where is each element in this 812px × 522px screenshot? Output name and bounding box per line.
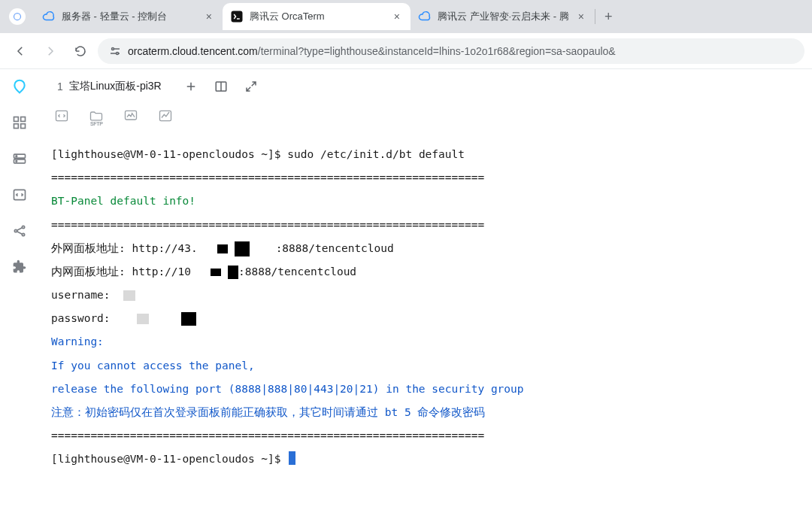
note-cn: 注意：初始密码仅在首次登录面板前能正确获取，其它时间请通过 bt 5 命令修改密… — [51, 406, 485, 418]
divider: ========================================… — [51, 171, 484, 184]
internal-url-label: 内网面板地址: http://10 — [51, 266, 191, 278]
browser-tab-1[interactable]: 服务器 - 轻量云 - 控制台 × — [35, 3, 223, 30]
terminal-output[interactable]: [lighthouse@VM-0-11-opencloudos ~]$ sudo… — [39, 132, 812, 522]
browser-toolbar: orcaterm.cloud.tencent.com/terminal?type… — [0, 33, 812, 69]
divider: ========================================… — [51, 219, 484, 231]
chart-icon[interactable] — [156, 107, 174, 125]
svg-point-14 — [22, 226, 24, 228]
snippet-icon[interactable] — [53, 107, 71, 125]
terminal-tab-label: 宝塔Linux面板-pi3R — [69, 80, 162, 93]
orcaterm-icon — [230, 10, 244, 23]
url-text: orcaterm.cloud.tencent.com/terminal?type… — [128, 45, 616, 57]
browser-tab-2[interactable]: 腾讯云 OrcaTerm × — [223, 3, 411, 30]
close-icon[interactable]: × — [203, 9, 215, 24]
svg-rect-1 — [232, 11, 243, 23]
warning-line-2: release the following port (8888|888|80|… — [51, 383, 524, 395]
cloud-icon — [42, 10, 56, 23]
terminal-cursor — [289, 451, 295, 465]
terminal-tabbar: 1 宝塔Linux面板-pi3R — [39, 69, 812, 104]
redacted-block — [217, 244, 228, 253]
code-icon[interactable] — [11, 187, 28, 203]
terminal-tab-1[interactable]: 1 宝塔Linux面板-pi3R — [48, 75, 171, 98]
close-icon[interactable]: × — [575, 9, 587, 24]
browser-tab-3[interactable]: 腾讯云 产业智变·云启未来 - 腾 × — [411, 3, 595, 30]
extension-icon[interactable] — [11, 259, 28, 275]
terminal-tab-number: 1 — [57, 80, 63, 93]
close-icon[interactable]: × — [391, 9, 403, 24]
site-settings-icon[interactable] — [108, 44, 122, 58]
svg-rect-4 — [14, 117, 19, 122]
sftp-label: SFTP — [90, 121, 105, 126]
nav-forward-button[interactable] — [38, 38, 63, 64]
share-icon[interactable] — [11, 223, 28, 239]
prompt: [lighthouse@VM-0-11-opencloudos ~]$ — [51, 453, 287, 465]
server-icon[interactable] — [11, 150, 28, 167]
cloud-icon — [418, 10, 432, 23]
svg-point-13 — [14, 229, 17, 232]
svg-point-0 — [14, 14, 21, 20]
svg-point-3 — [117, 52, 119, 54]
nav-back-button[interactable] — [8, 38, 33, 64]
svg-point-15 — [22, 233, 24, 235]
divider: ========================================… — [51, 429, 484, 442]
svg-point-10 — [16, 156, 17, 157]
logo-icon[interactable] — [11, 78, 28, 95]
prompt: [lighthouse@VM-0-11-opencloudos ~]$ — [51, 148, 287, 160]
dashboard-icon[interactable] — [11, 114, 28, 131]
page-content: 1 宝塔Linux面板-pi3R SFTP — [0, 69, 812, 522]
new-tab-button[interactable]: + — [595, 9, 622, 25]
svg-rect-17 — [56, 111, 68, 120]
address-bar[interactable]: orcaterm.cloud.tencent.com/terminal?type… — [98, 38, 804, 64]
internal-url-suffix: :8888/tencentcloud — [238, 266, 356, 278]
new-terminal-button[interactable] — [181, 77, 201, 96]
nav-reload-button[interactable] — [68, 38, 93, 64]
redacted-block — [123, 290, 135, 301]
browser-tab-label: 服务器 - 轻量云 - 控制台 — [62, 10, 197, 23]
redacted-block — [181, 312, 196, 326]
sftp-icon[interactable]: SFTP — [87, 107, 105, 125]
redacted-block — [228, 266, 238, 279]
redacted-block — [211, 269, 221, 276]
browser-tab-label: 腾讯云 OrcaTerm — [250, 10, 385, 23]
external-url-suffix: :8888/tencentcloud — [276, 242, 394, 254]
panel-info-title: BT-Panel default info! — [51, 195, 195, 207]
warning-label: Warning: — [51, 335, 104, 347]
svg-rect-7 — [21, 124, 26, 129]
username-label: username: — [51, 289, 111, 301]
terminal-toolbar: SFTP — [39, 104, 812, 132]
browser-tab-strip: 服务器 - 轻量云 - 控制台 × 腾讯云 OrcaTerm × 腾讯云 产业智… — [0, 0, 812, 33]
external-url-label: 外网面板地址: http://43. — [51, 242, 198, 254]
main-area: 1 宝塔Linux面板-pi3R SFTP — [39, 69, 812, 522]
redacted-block — [235, 241, 250, 256]
svg-rect-6 — [14, 124, 19, 129]
browser-tab-label: 腾讯云 产业智变·云启未来 - 腾 — [438, 10, 569, 23]
browser-profile-icon[interactable] — [9, 8, 26, 25]
warning-line-1: If you cannot access the panel, — [51, 360, 255, 372]
command-text: sudo /etc/init.d/bt default — [287, 148, 465, 160]
svg-rect-5 — [21, 117, 26, 122]
left-rail — [0, 69, 39, 522]
fullscreen-button[interactable] — [241, 77, 261, 96]
svg-point-11 — [16, 161, 17, 162]
redacted-block — [137, 314, 149, 324]
monitor-icon[interactable] — [122, 107, 140, 125]
svg-point-2 — [112, 47, 114, 50]
password-label: password: — [51, 312, 111, 324]
split-pane-button[interactable] — [211, 77, 231, 96]
